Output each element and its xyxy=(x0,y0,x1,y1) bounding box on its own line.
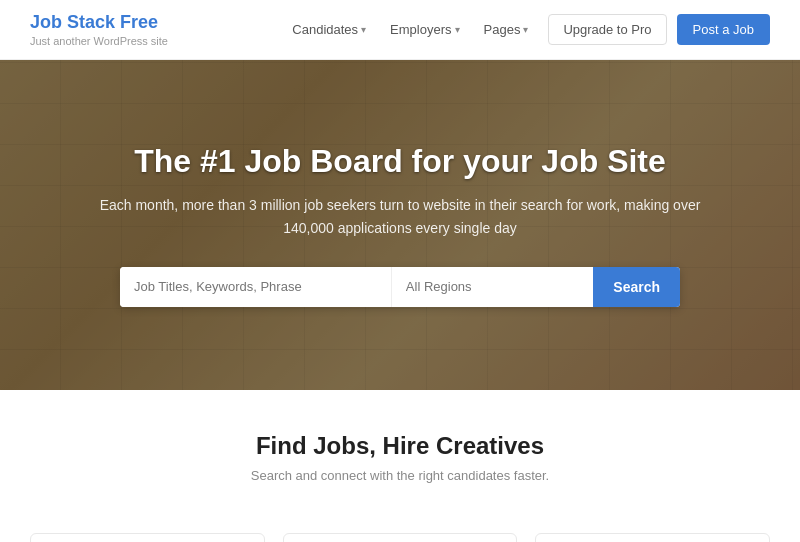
hero-content: The #1 Job Board for your Job Site Each … xyxy=(0,143,800,307)
search-region-input[interactable] xyxy=(392,267,593,307)
post-job-button[interactable]: Post a Job xyxy=(677,14,770,45)
nav-pages[interactable]: Pages ▾ xyxy=(474,16,539,43)
hero-subtitle: Each month, more than 3 million job seek… xyxy=(20,194,780,239)
brand-title: Job Stack Free xyxy=(30,12,168,33)
job-card[interactable]: Aol. Aol. 📍 Santa Rosa UX Designer Compa… xyxy=(283,533,518,542)
search-keywords-input[interactable] xyxy=(120,267,392,307)
nav-links: Candidates ▾ Employers ▾ Pages ▾ Upgrade… xyxy=(282,14,770,45)
dropdown-arrow-candidates: ▾ xyxy=(361,24,366,35)
brand-subtitle: Just another WordPress site xyxy=(30,35,168,47)
section-subtitle: Search and connect with the right candid… xyxy=(30,468,770,483)
hero-title: The #1 Job Board for your Job Site xyxy=(20,143,780,180)
section-mid: Find Jobs, Hire Creatives Search and con… xyxy=(0,390,800,513)
upgrade-button[interactable]: Upgrade to Pro xyxy=(548,14,666,45)
search-bar: Search xyxy=(120,267,680,307)
job-card[interactable]: Béhance Behance 📍 Daly City API Engineer… xyxy=(535,533,770,542)
dropdown-arrow-employers: ▾ xyxy=(455,24,460,35)
hero-section: The #1 Job Board for your Job Site Each … xyxy=(0,60,800,390)
jobs-grid: AdRoLx AdRoll 📍 Sacaramento Web Designer… xyxy=(0,513,800,542)
section-title: Find Jobs, Hire Creatives xyxy=(30,432,770,460)
dropdown-arrow-pages: ▾ xyxy=(523,24,528,35)
brand-link[interactable]: Job Stack Free Just another WordPress si… xyxy=(30,12,168,47)
search-button[interactable]: Search xyxy=(593,267,680,307)
nav-employers[interactable]: Employers ▾ xyxy=(380,16,469,43)
job-card[interactable]: AdRoLx AdRoll 📍 Sacaramento Web Designer… xyxy=(30,533,265,542)
nav-candidates[interactable]: Candidates ▾ xyxy=(282,16,376,43)
navbar: Job Stack Free Just another WordPress si… xyxy=(0,0,800,60)
